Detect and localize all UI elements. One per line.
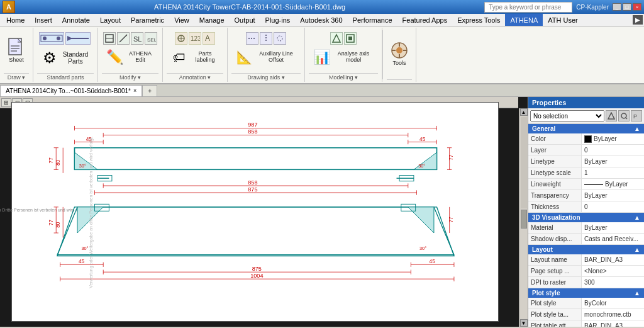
doc-tab-main[interactable]: ATHENA 2014City To...~001-Süddach-B001* … — [0, 85, 142, 96]
svg-text:30°: 30° — [419, 246, 426, 251]
svg-point-27 — [396, 47, 402, 54]
transparency-value: ByLayer — [584, 192, 608, 199]
prop-row-plottableatt: Plot table att... BAR_DIN_A3 — [528, 320, 644, 327]
menu-home[interactable]: Home — [1, 14, 30, 26]
menu-manage[interactable]: Manage — [194, 14, 230, 26]
prop-row-transparency: Transparency ByLayer — [528, 190, 644, 201]
modify-icon3[interactable]: SL — [131, 32, 143, 45]
tools-label: Tools — [392, 60, 406, 67]
layer-value: 0 — [584, 147, 588, 154]
annot-icon3[interactable]: A — [203, 32, 215, 45]
quick-select-btn[interactable] — [606, 110, 617, 122]
auxiliary-line-button[interactable]: 📐 Auxiliary Line Offset — [231, 46, 301, 69]
video-btn[interactable]: ▶ — [633, 15, 643, 25]
ribbon-group-drawingaids-content: 📐 Auxiliary Line Offset — [231, 29, 301, 72]
plotstyle-collapse-icon[interactable]: ▲ — [634, 290, 640, 297]
svg-text:80: 80 — [55, 222, 61, 228]
scrollbar-vertical[interactable]: ▲ ▼ — [519, 108, 528, 327]
toggle-pickadd-btn[interactable]: P — [631, 110, 642, 122]
menu-insert[interactable]: Insert — [30, 14, 57, 26]
std-icon1 — [39, 32, 64, 45]
general-collapse-icon[interactable]: ▲ — [634, 125, 640, 132]
svg-marker-54 — [75, 148, 437, 170]
ribbon-group-modify-content: SL SELF ✏️ ATHENA Edit — [102, 29, 158, 72]
doc-tab-label: ATHENA 2014City To...~001-Süddach-B001* — [6, 88, 131, 94]
search-input[interactable] — [484, 2, 572, 13]
standard-parts-button[interactable]: ⚙ Standard Parts — [37, 47, 94, 69]
prop-row-linetype: Linetype ByLayer — [528, 156, 644, 167]
linetype-value: ByLayer — [584, 158, 608, 165]
ribbon-group-annotation: 123 A 🏷 Parts labeling Annotation ▾ — [163, 28, 228, 82]
properties-header: Properties — [528, 97, 644, 108]
annot-icon2[interactable]: 123 — [189, 32, 201, 45]
svg-line-110 — [626, 118, 627, 119]
parts-labeling-button[interactable]: 🏷 Parts labeling — [167, 46, 223, 69]
prop-row-ltscale: Linetype scale 1 — [528, 167, 644, 179]
annot-icon1[interactable] — [175, 32, 187, 45]
drawaid-icon1[interactable] — [246, 32, 258, 45]
menu-annotate[interactable]: Annotate — [57, 14, 95, 26]
section-layout: Layout ▲ — [528, 245, 644, 254]
sheet-button[interactable]: Sheet — [4, 36, 29, 65]
svg-rect-25 — [348, 37, 352, 40]
model-icon2[interactable] — [344, 32, 357, 45]
ltscale-value: 1 — [584, 169, 588, 176]
menu-plugins[interactable]: Plug-ins — [260, 14, 296, 26]
svg-marker-23 — [333, 35, 340, 42]
modify-icon2[interactable] — [117, 32, 130, 45]
dpiraster-value: 300 — [584, 279, 595, 286]
section-3dviz: 3D Visualization ▲ — [528, 213, 644, 222]
selection-dropdown[interactable]: No selection — [530, 110, 604, 122]
layout-collapse-icon[interactable]: ▲ — [634, 246, 640, 253]
viz-collapse-icon[interactable]: ▲ — [634, 214, 640, 221]
svg-text:77: 77 — [48, 157, 54, 164]
svg-point-5 — [43, 37, 47, 40]
select-similar-btn[interactable] — [618, 110, 630, 122]
drawaid-icon3[interactable] — [274, 32, 286, 45]
scroll-up-btn[interactable]: ▲ — [520, 108, 528, 116]
scroll-down-btn[interactable]: ▼ — [520, 319, 528, 327]
scroll-thumb[interactable] — [521, 210, 527, 229]
tools-button[interactable]: Tools — [387, 39, 412, 68]
modify-icon4[interactable]: SELF — [145, 32, 157, 45]
close-btn[interactable]: × — [633, 3, 641, 11]
menu-performance[interactable]: Performance — [348, 14, 397, 26]
menu-layout[interactable]: Layout — [95, 14, 126, 26]
menu-parametric[interactable]: Parametric — [126, 14, 169, 26]
minimize-btn[interactable]: _ — [613, 3, 621, 11]
menu-autodesk360[interactable]: Autodesk 360 — [295, 14, 347, 26]
analyse-axis-button[interactable]: 📊 Analyse axis model — [309, 46, 378, 69]
model-icon1[interactable] — [330, 32, 343, 45]
maximize-btn[interactable]: □ — [623, 3, 631, 11]
athena-edit-button[interactable]: ✏️ ATHENA Edit — [102, 46, 158, 69]
svg-text:875: 875 — [252, 266, 262, 272]
modify-icon1[interactable] — [103, 32, 116, 45]
pagesetup-value: <None> — [584, 268, 607, 274]
scroll-track — [521, 117, 527, 208]
menu-featured[interactable]: Featured Apps — [397, 14, 453, 26]
drawaid-icon2[interactable] — [260, 32, 272, 45]
svg-text:1004: 1004 — [250, 273, 263, 279]
std-icon2 — [65, 32, 91, 45]
std-parts-row1[interactable] — [37, 31, 94, 45]
main-area: ⊞ ◻ ⊡ Verwertung oder Weitergabe an Drit… — [0, 97, 644, 327]
plottableatt-value: BAR_DIN_A3 — [584, 322, 623, 327]
cad-tool-1[interactable]: ⊞ — [1, 98, 11, 107]
standard-parts-label: Standard Parts — [60, 51, 91, 65]
menu-athena[interactable]: ATHENA — [505, 14, 543, 26]
menu-view[interactable]: View — [169, 14, 194, 26]
svg-text:30°: 30° — [79, 163, 86, 169]
doc-tab-new[interactable]: + — [142, 85, 157, 96]
section-general: General ▲ — [528, 124, 644, 133]
menu-output[interactable]: Output — [230, 14, 260, 26]
menu-athuser[interactable]: ATH User — [543, 14, 582, 26]
drawing-area[interactable]: ⊞ ◻ ⊡ Verwertung oder Weitergabe an Drit… — [0, 97, 528, 327]
doc-tab-close[interactable]: × — [133, 88, 136, 94]
svg-point-22 — [277, 36, 282, 41]
menu-express[interactable]: Express Tools — [452, 14, 505, 26]
title-right: CP-Kappler _ □ × — [484, 2, 641, 13]
svg-text:45: 45 — [430, 259, 436, 264]
auxiliary-line-label: Auxiliary Line Offset — [254, 51, 298, 64]
app-icon[interactable]: A — [3, 1, 15, 13]
ribbon-group-draw: Sheet Draw ▾ — [0, 28, 33, 82]
